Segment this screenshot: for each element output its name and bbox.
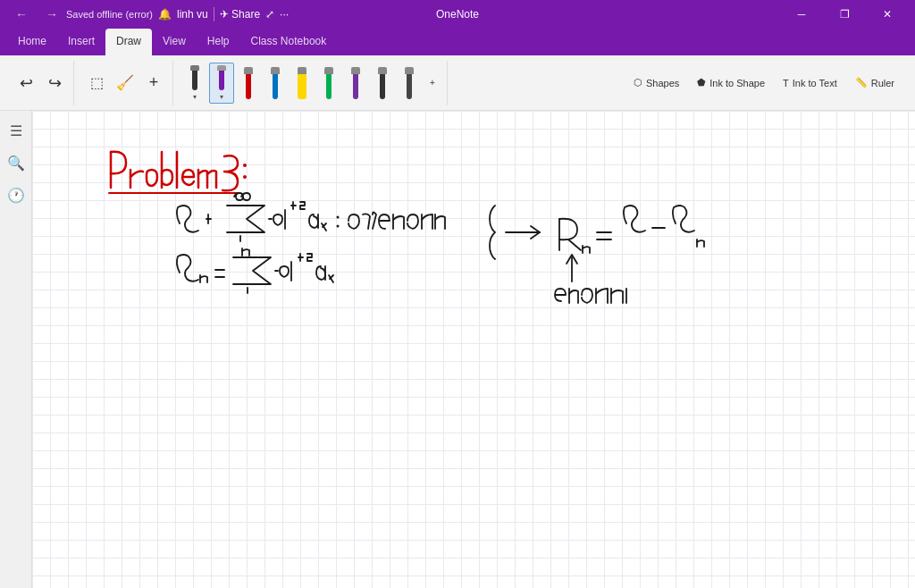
ink-text-icon: T <box>783 78 789 88</box>
tab-view[interactable]: View <box>152 29 197 55</box>
undo-redo-section: ↩ ↪ <box>7 61 74 105</box>
add-icon: + <box>149 73 159 92</box>
problem-title <box>109 152 247 193</box>
save-status: Saved offline (error) <box>66 9 153 20</box>
svg-point-1 <box>243 175 247 179</box>
lasso-btn[interactable]: ⬚ <box>83 63 110 104</box>
main-area: ☰ 🔍 🕐 <box>0 111 915 588</box>
close-btn[interactable]: ✕ <box>867 0 908 29</box>
shapes-btn[interactable]: ⬡ Shapes <box>625 70 687 97</box>
pen-purple-dropdown: ▾ <box>220 93 223 101</box>
select-tools-section: ⬚ 🧹 + <box>78 61 173 105</box>
pen-black-dropdown: ▾ <box>193 93 197 101</box>
ink-to-text-btn[interactable]: T Ink to Text <box>775 70 845 97</box>
tab-classnotebook[interactable]: Class Notebook <box>240 29 338 55</box>
sidebar-recent-icon[interactable]: 🕐 <box>4 182 29 207</box>
svg-point-4 <box>337 225 340 228</box>
redo-icon: ↪ <box>48 73 62 93</box>
tab-draw[interactable]: Draw <box>105 29 152 55</box>
sidebar-menu-icon[interactable]: ☰ <box>4 118 29 143</box>
pen-green[interactable] <box>316 63 341 104</box>
add-pen-icon: + <box>430 78 435 88</box>
sidebar-search-icon[interactable]: 🔍 <box>4 150 29 175</box>
draw-tools-section: ⬡ Shapes ⬟ Ink to Shape T Ink to Text 📏 … <box>620 61 908 105</box>
share-btn[interactable]: ✈ Share <box>220 8 260 21</box>
nav-back-btn[interactable]: ← <box>7 0 36 29</box>
separator <box>214 7 214 21</box>
bell-icon[interactable]: 🔔 <box>158 8 172 21</box>
ruler-btn[interactable]: 📏 Ruler <box>847 70 902 97</box>
handwriting-svg <box>32 111 915 588</box>
nav-forward-btn[interactable]: → <box>38 0 66 29</box>
more-options-icon[interactable]: ··· <box>280 8 289 21</box>
tab-insert[interactable]: Insert <box>57 29 105 55</box>
undo-icon: ↩ <box>20 73 33 93</box>
svg-point-3 <box>337 216 340 219</box>
user-name[interactable]: linh vu <box>177 8 208 21</box>
add-btn[interactable]: + <box>140 63 167 104</box>
pen-purple[interactable]: ▾ <box>209 63 234 104</box>
shapes-label: Shapes <box>646 78 679 88</box>
eraser-icon: 🧹 <box>116 74 134 91</box>
ruler-icon: 📏 <box>855 77 868 88</box>
ruler-label: Ruler <box>871 78 894 88</box>
undo-btn[interactable]: ↩ <box>13 63 39 104</box>
pens-section: ▾ ▾ <box>177 61 448 105</box>
minimize-btn[interactable]: ─ <box>781 0 822 29</box>
pen-yellow[interactable] <box>290 63 315 104</box>
ribbon-tabs: Home Insert Draw View Help Class Noteboo… <box>0 29 915 55</box>
ribbon-toolbar: ↩ ↪ ⬚ 🧹 + ▾ ▾ <box>0 55 915 111</box>
pen-blue[interactable] <box>263 63 288 104</box>
pen-purple2[interactable] <box>343 63 368 104</box>
tab-home[interactable]: Home <box>7 29 57 55</box>
shapes-icon: ⬡ <box>634 77 642 88</box>
eraser-btn[interactable]: 🧹 <box>112 63 139 104</box>
lasso-icon: ⬚ <box>90 74 104 91</box>
ink-to-shape-btn[interactable]: ⬟ Ink to Shape <box>689 70 773 97</box>
redo-btn[interactable]: ↪ <box>41 63 68 104</box>
app-title: OneNote <box>436 8 479 21</box>
expand-icon[interactable]: ⤢ <box>265 8 274 21</box>
tab-help[interactable]: Help <box>197 29 240 55</box>
restore-btn[interactable]: ❐ <box>824 0 865 29</box>
title-bar: ← → OneNote Saved offline (error) 🔔 linh… <box>0 0 915 29</box>
canvas-area[interactable] <box>32 111 915 588</box>
pen-red[interactable] <box>236 63 261 104</box>
ink-shape-icon: ⬟ <box>697 77 706 88</box>
sidebar: ☰ 🔍 🕐 <box>0 111 32 588</box>
add-pen-btn[interactable]: + <box>424 63 441 104</box>
math-content <box>177 193 704 303</box>
ink-to-text-label: Ink to Text <box>793 78 837 88</box>
pen-dark1[interactable] <box>370 63 395 104</box>
svg-point-0 <box>243 164 247 167</box>
ink-to-shape-label: Ink to Shape <box>709 78 765 88</box>
pen-black[interactable]: ▾ <box>182 63 207 104</box>
pen-dark2[interactable] <box>397 63 422 104</box>
